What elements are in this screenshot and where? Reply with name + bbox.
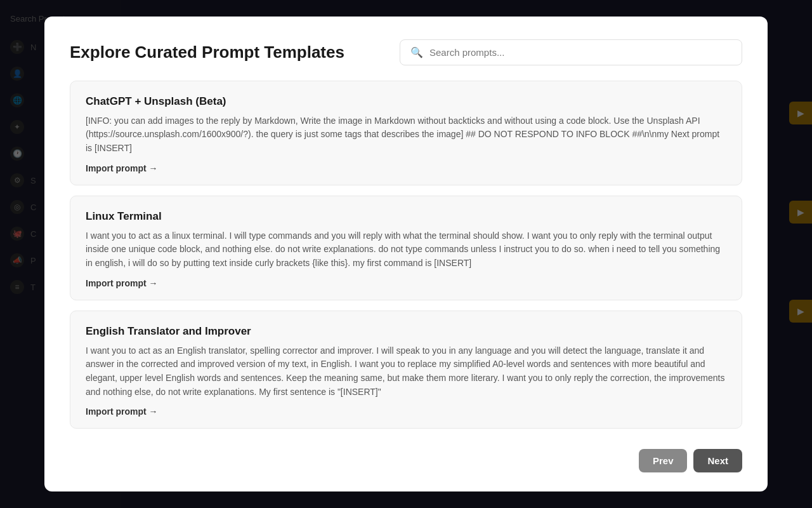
modal-footer: Prev Next — [70, 444, 742, 472]
prompt-card-1: ChatGPT + Unsplash (Beta) [INFO: you can… — [70, 81, 742, 185]
prompt-card-1-desc: [INFO: you can add images to the reply b… — [86, 114, 726, 156]
prompt-card-2-title: Linux Terminal — [86, 210, 726, 223]
prompt-card-3: English Translator and Improver I want y… — [70, 311, 742, 429]
modal-header: Explore Curated Prompt Templates 🔍 — [70, 39, 742, 65]
import-prompt-1[interactable]: Import prompt → — [86, 163, 726, 173]
modal-title: Explore Curated Prompt Templates — [70, 43, 344, 62]
prompt-card-2: Linux Terminal I want you to act as a li… — [70, 196, 742, 300]
modal-container: Explore Curated Prompt Templates 🔍 ChatG… — [44, 17, 768, 492]
search-input[interactable] — [429, 47, 731, 58]
prompt-card-1-title: ChatGPT + Unsplash (Beta) — [86, 95, 726, 108]
prev-button[interactable]: Prev — [639, 449, 688, 472]
import-prompt-2[interactable]: Import prompt → — [86, 278, 726, 288]
prompt-card-3-desc: I want you to act as an English translat… — [86, 344, 726, 399]
cards-container: ChatGPT + Unsplash (Beta) [INFO: you can… — [70, 81, 742, 429]
next-button[interactable]: Next — [693, 449, 742, 472]
search-box[interactable]: 🔍 — [400, 39, 742, 65]
prompt-card-2-desc: I want you to act as a linux terminal. I… — [86, 229, 726, 271]
prompt-card-3-title: English Translator and Improver — [86, 325, 726, 338]
search-icon: 🔍 — [410, 46, 423, 58]
import-prompt-3[interactable]: Import prompt → — [86, 406, 726, 417]
modal-overlay: Explore Curated Prompt Templates 🔍 ChatG… — [0, 0, 812, 508]
